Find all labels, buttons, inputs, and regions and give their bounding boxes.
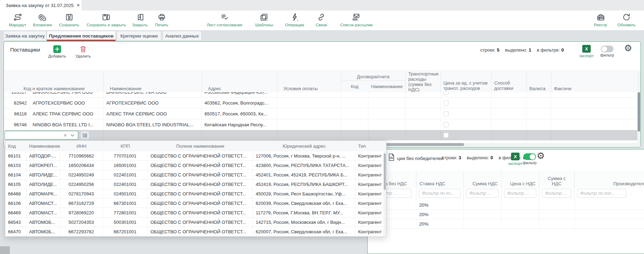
- tab-request[interactable]: Заявка на закупку: [4, 31, 46, 41]
- clear-icon[interactable]: ✕: [63, 133, 67, 138]
- tab-evaluation-criteria[interactable]: Критерии оценки: [117, 31, 161, 41]
- popup-cell-kpp: 500301001: [103, 218, 148, 227]
- column-header-contract-name[interactable]: Наименование: [368, 81, 405, 92]
- column-header-vat-rate[interactable]: Ставка НДС: [416, 171, 463, 187]
- column-header-name[interactable]: Наименование: [107, 71, 202, 91]
- row-cell: АЛЕКС ТРАК СЕРВИС ООО: [103, 108, 202, 119]
- tab-data-analysis[interactable]: Анализ данных: [162, 31, 202, 41]
- column-header-contract-code[interactable]: Код: [341, 81, 368, 92]
- table-row[interactable]: 96746NINGBO BOA STEEL LTD I...NINGBO BOA…: [5, 119, 637, 130]
- divider: [277, 130, 277, 140]
- table-row[interactable]: 66116АЛЕКС ТРАК СЕРВИС ОООАЛЕКС ТРАК СЕР…: [5, 108, 637, 119]
- popup-row[interactable]: 66470АВТОМОБ...6672293782667201001ОБЩЕСТ…: [5, 227, 386, 236]
- popup-row[interactable]: 66104АВТОЛИДЕ...0224950249022401001ОБЩЕС…: [5, 170, 386, 180]
- column-header-unit-price-with-transport[interactable]: Цена за ед. с учетом трансп. расходов: [441, 71, 491, 91]
- popup-column-header-name[interactable]: Наименование: [26, 141, 60, 151]
- filter-input-vat-rate[interactable]: [419, 189, 461, 198]
- column-header-address[interactable]: Адрес: [205, 71, 277, 91]
- table-row[interactable]: 163517БАЙКАЛСЕРВИС УФА ОООБАЙКАЛСЕРВИС У…: [5, 92, 637, 98]
- chevron-down-icon[interactable]: [71, 134, 74, 137]
- popup-row[interactable]: 66105АВТОЛИДЕ...0224950256022401001ОБЩЕС…: [5, 180, 386, 189]
- table-row[interactable]: 20%: [368, 219, 644, 229]
- filter-input-vat-sum[interactable]: [466, 189, 498, 198]
- column-header-transport-costs[interactable]: Транспортные расходы (сумма без НДС): [405, 72, 441, 93]
- popup-column-header-legal-address[interactable]: Юридический адрес: [253, 141, 355, 151]
- toolbar-button-printer[interactable]: Печать: [155, 13, 168, 27]
- toolbar-button-mailing[interactable]: Список рассылки: [340, 13, 373, 27]
- popup-column-header-full-name[interactable]: Полное наименование: [148, 141, 253, 151]
- popup-cell-kpp: 772801001: [103, 208, 148, 217]
- toolbar-button-lightning[interactable]: Операции: [285, 13, 304, 27]
- toolbar-button-route[interactable]: Маршрут: [9, 13, 26, 27]
- table-row[interactable]: 20%: [368, 200, 644, 210]
- table-row[interactable]: 82942АГРОТЕХСЕРВИС ОООАГРОТЕХСЕРВИС ООО4…: [5, 98, 637, 108]
- table-row[interactable]: 20%: [368, 210, 644, 219]
- toolbar-button-sheet-check[interactable]: Лист согласования: [207, 13, 242, 27]
- checkbox[interactable]: [443, 122, 449, 127]
- row-cell: [502, 200, 539, 209]
- checkbox[interactable]: [443, 111, 449, 116]
- popup-row[interactable]: 66468АВТОМАРК...0278170943024501001ОБЩЕС…: [5, 189, 386, 199]
- column-header-vat-sum[interactable]: Сумма НДС: [463, 171, 501, 187]
- toolbar-button-refresh[interactable]: Обновить: [617, 13, 636, 27]
- popup-cell-full-name: ОБЩЕСТВО С ОГРАНИЧЕННОЙ ОТВЕТСТ...: [148, 180, 253, 189]
- popup-row[interactable]: 66101АВТОДОР-...7710965662770701001ОБЩЕС…: [5, 151, 386, 161]
- column-header-actual[interactable]: Фактиче: [551, 71, 637, 91]
- filter-input-sum-with-vat[interactable]: [542, 189, 571, 198]
- close-icon[interactable]: ✕: [76, 3, 80, 8]
- popup-column-header-kpp[interactable]: КПП: [103, 141, 148, 151]
- column-header-delivery-method[interactable]: Способ доставки: [491, 71, 526, 91]
- popup-cell-full-name: ОБЩЕСТВО С ОГРАНИЧЕННОЙ ОТВЕТСТ...: [148, 170, 253, 179]
- toolbar-button-save[interactable]: Сохранить: [59, 13, 79, 27]
- checkbox[interactable]: [443, 133, 449, 138]
- popup-cell-inn: 6673162729: [60, 199, 103, 208]
- toolbar-button-links[interactable]: Связи: [316, 13, 327, 27]
- toolbar-button-label: Вложения: [33, 23, 52, 27]
- column-header-code-shortname[interactable]: Код и краткое наименование: [5, 71, 103, 91]
- divider: [405, 71, 406, 93]
- toolbar-button-templates[interactable]: Шаблоны: [255, 13, 273, 27]
- tab-supplier-offers[interactable]: Предложения поставщиков: [47, 31, 116, 41]
- toolbar-button-save-close[interactable]: Сохранить и закрыть: [87, 13, 126, 27]
- popup-column-header-inn[interactable]: ИНН: [60, 141, 103, 151]
- toolbar-button-paperclip[interactable]: Вложения: [33, 13, 52, 27]
- filter-input-manufacturer[interactable]: [577, 189, 626, 198]
- checkbox[interactable]: [443, 100, 449, 106]
- route-icon: [9, 13, 26, 22]
- divider: [491, 71, 492, 93]
- toolbar-button-registry[interactable]: Реестр: [594, 13, 607, 27]
- row-cell: [551, 98, 637, 108]
- column-header-payment-terms[interactable]: Условия оплаты: [281, 71, 341, 91]
- popup-scrollbar: [383, 151, 386, 236]
- divider: [441, 71, 441, 93]
- popup-column-header-code[interactable]: Код: [5, 141, 26, 151]
- checkbox[interactable]: [443, 92, 449, 95]
- popup-row[interactable]: 66543АВТОМОБ...5027204353500301001ОБЩЕСТ…: [5, 218, 386, 227]
- column-header-sum-with-vat[interactable]: Сумма с НДС: [539, 171, 574, 187]
- toolbar-button-label: Реестр: [594, 23, 607, 27]
- document-tab[interactable]: Заявка на закупку от 31.07.2025 ✕: [0, 0, 82, 11]
- vertical-scrollbar-thumb[interactable]: [638, 92, 640, 132]
- popup-column-header-type[interactable]: Тип: [355, 141, 384, 151]
- column-header-currency[interactable]: Валюта: [526, 71, 551, 91]
- registry-icon: [594, 13, 607, 22]
- column-header-price-with-vat[interactable]: Цена с НДС: [501, 171, 539, 187]
- popup-row[interactable]: 66103АВТОКРЕП...1650206434165001001ОБЩЕС…: [5, 161, 386, 170]
- column-header-manufacturer[interactable]: Производитель: [574, 171, 644, 187]
- group-header-contracts[interactable]: Договора/счета: [341, 71, 405, 79]
- filter-input-price-with-vat[interactable]: [504, 189, 536, 198]
- row-cell: [539, 219, 575, 228]
- document-tab-title: Заявка на закупку от 31.07.2025: [6, 3, 74, 8]
- supplier-combobox[interactable]: ✕: [5, 131, 78, 140]
- toolbar-button-door[interactable]: Закрыть: [132, 13, 148, 27]
- row-cell: [341, 92, 368, 98]
- toolbar-button-label: Сохранить и закрыть: [87, 23, 126, 27]
- new-row-editor[interactable]: ✕: [5, 130, 637, 140]
- popup-row[interactable]: 66469АВТОМАСТ...9728069220772801001ОБЩЕС…: [5, 208, 386, 218]
- hierarchy-select-button[interactable]: [80, 131, 89, 140]
- row-cell: [575, 219, 644, 228]
- sheet-check-icon: [207, 13, 242, 22]
- popup-row[interactable]: 66106АВТОМАСТ...6673162729667301001ОБЩЕС…: [5, 199, 386, 208]
- popup-scrollbar-thumb[interactable]: [384, 153, 386, 190]
- vertical-scrollbar: [637, 71, 640, 146]
